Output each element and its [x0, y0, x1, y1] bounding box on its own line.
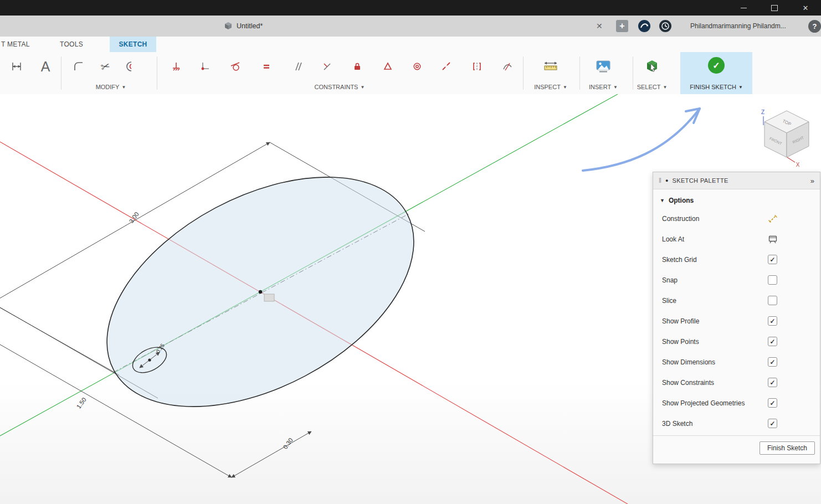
- modify-dropdown[interactable]: MODIFY▼: [96, 84, 126, 90]
- snap-checkbox[interactable]: [768, 275, 777, 285]
- tangent-icon: [230, 61, 240, 71]
- select-dropdown[interactable]: SELECT▼: [637, 84, 668, 90]
- restore-button[interactable]: [759, 0, 790, 16]
- options-section-header[interactable]: ▼ Options: [653, 189, 820, 208]
- constraint-collinear-button[interactable]: [437, 56, 456, 76]
- select-cursor-icon: [644, 59, 660, 74]
- palette-row-show-profile: Show Profile ✓: [653, 311, 820, 331]
- titlebar: ✕: [0, 0, 821, 16]
- chevron-down-icon: ▼: [613, 85, 618, 90]
- constraint-coincident-button[interactable]: [196, 56, 215, 76]
- divider: [633, 56, 633, 90]
- ribbon: T METAL TOOLS SKETCH A ✂: [0, 37, 821, 95]
- show-profile-checkbox[interactable]: ✓: [768, 316, 777, 326]
- options-label: Options: [669, 197, 694, 204]
- tab-tools[interactable]: TOOLS: [60, 37, 83, 52]
- finish-sketch-palette-button[interactable]: Finish Sketch: [760, 441, 815, 455]
- close-icon: ✕: [803, 4, 809, 12]
- constraint-fix-unfix-button[interactable]: [347, 56, 367, 76]
- look-at-icon: [768, 234, 778, 244]
- new-document-tab-button[interactable]: +: [616, 20, 628, 32]
- dimension-label-bottom[interactable]: 0.30: [282, 436, 294, 450]
- sketch-text-button[interactable]: A: [35, 56, 55, 76]
- slice-checkbox[interactable]: [768, 296, 777, 305]
- minimize-button[interactable]: [728, 0, 759, 16]
- help-button[interactable]: ?: [808, 20, 821, 33]
- sketch-grid-checkbox[interactable]: ✓: [768, 255, 777, 264]
- sketch-dimension-icon: [11, 61, 22, 72]
- constraint-midpoint-button[interactable]: [378, 56, 398, 76]
- offset-button[interactable]: [119, 56, 139, 76]
- z-axis-label: Z: [761, 109, 764, 115]
- measure-icon: [543, 60, 558, 73]
- divider: [523, 56, 524, 90]
- constraint-symmetry-button[interactable]: [467, 56, 487, 76]
- username-label: Philandmarimanning Philandm...: [690, 22, 786, 30]
- tab-sketch[interactable]: SKETCH: [110, 37, 156, 52]
- insert-dropdown[interactable]: INSERT▼: [589, 84, 618, 90]
- constraint-perpendicular-button[interactable]: [317, 56, 337, 76]
- plus-icon: +: [619, 22, 624, 30]
- x-axis-label: X: [796, 162, 800, 168]
- minimize-icon: [741, 8, 747, 8]
- constraint-concentric-button[interactable]: [407, 56, 427, 76]
- job-status-button[interactable]: [659, 19, 672, 33]
- collapse-panel-icon[interactable]: »: [810, 177, 814, 185]
- document-cube-icon: [224, 22, 233, 30]
- construction-line-icon: [768, 214, 778, 224]
- coincident-icon: [201, 61, 211, 71]
- trim-scissors-icon: ✂: [99, 59, 111, 74]
- look-at-button[interactable]: [768, 234, 778, 244]
- extensions-button[interactable]: [638, 19, 651, 33]
- dimension-label-offset[interactable]: 1.50: [75, 396, 88, 409]
- measure-button[interactable]: [541, 56, 561, 76]
- fillet-button[interactable]: [69, 56, 89, 76]
- show-constraints-checkbox[interactable]: ✓: [768, 378, 777, 387]
- chevron-down-icon: ▼: [360, 85, 365, 90]
- show-points-checkbox[interactable]: ✓: [768, 337, 777, 346]
- sketch-palette-header: ‖ ● SKETCH PALETTE »: [653, 172, 820, 189]
- trim-button[interactable]: ✂: [95, 56, 115, 76]
- insert-image-button[interactable]: [593, 56, 613, 76]
- clock-icon: [659, 19, 672, 33]
- lock-icon: [352, 61, 362, 71]
- dimension-label-diameter[interactable]: 3.00: [128, 210, 140, 224]
- tab-sheet-metal[interactable]: T METAL: [1, 37, 30, 52]
- close-icon: ✕: [596, 22, 603, 30]
- construction-toggle[interactable]: [768, 214, 778, 224]
- constraint-tangent-button[interactable]: [225, 56, 245, 76]
- constraint-curvature-button[interactable]: [497, 56, 517, 76]
- chevron-down-icon: ▼: [121, 85, 126, 90]
- 3d-sketch-checkbox[interactable]: ✓: [768, 419, 777, 428]
- select-button[interactable]: [642, 56, 662, 76]
- midpoint-triangle-icon: [383, 61, 393, 71]
- show-dimensions-checkbox[interactable]: ✓: [768, 357, 777, 367]
- palette-title: SKETCH PALETTE: [672, 177, 728, 184]
- palette-row-construction: Construction: [653, 208, 820, 229]
- palette-footer: Finish Sketch: [653, 435, 820, 464]
- drag-grip-icon[interactable]: ‖: [659, 177, 661, 184]
- constraint-equal-button[interactable]: [256, 56, 276, 76]
- extensions-icon: [638, 19, 651, 33]
- restore-icon: [771, 5, 778, 11]
- finish-sketch-button[interactable]: ✓ FINISH SKETCH▼: [680, 52, 752, 94]
- document-tab[interactable]: Untitled*: [224, 16, 263, 37]
- account-menu[interactable]: Philandmarimanning Philandm...: [690, 16, 786, 37]
- origin-plane-icon[interactable]: [264, 294, 274, 301]
- image-icon: [596, 60, 611, 73]
- inspect-dropdown[interactable]: INSPECT▼: [534, 84, 567, 90]
- constraints-dropdown[interactable]: CONSTRAINTS▼: [315, 84, 365, 90]
- divider: [579, 56, 580, 90]
- close-document-button[interactable]: ✕: [596, 16, 603, 37]
- constraint-parallel-button[interactable]: [288, 56, 307, 76]
- view-cube[interactable]: TOP FRONT RIGHT Z X: [761, 109, 809, 168]
- origin-point[interactable]: [259, 290, 262, 294]
- horizontal-vertical-icon: [171, 61, 181, 71]
- sketch-dimension-button[interactable]: [7, 56, 27, 76]
- close-window-button[interactable]: ✕: [790, 0, 821, 16]
- offset-icon: [124, 61, 135, 72]
- show-projected-geometries-checkbox[interactable]: ✓: [768, 398, 777, 408]
- constraint-horizontal-vertical-button[interactable]: [166, 56, 186, 76]
- finish-sketch-label: FINISH SKETCH▼: [690, 84, 743, 90]
- symmetry-icon: [472, 61, 482, 71]
